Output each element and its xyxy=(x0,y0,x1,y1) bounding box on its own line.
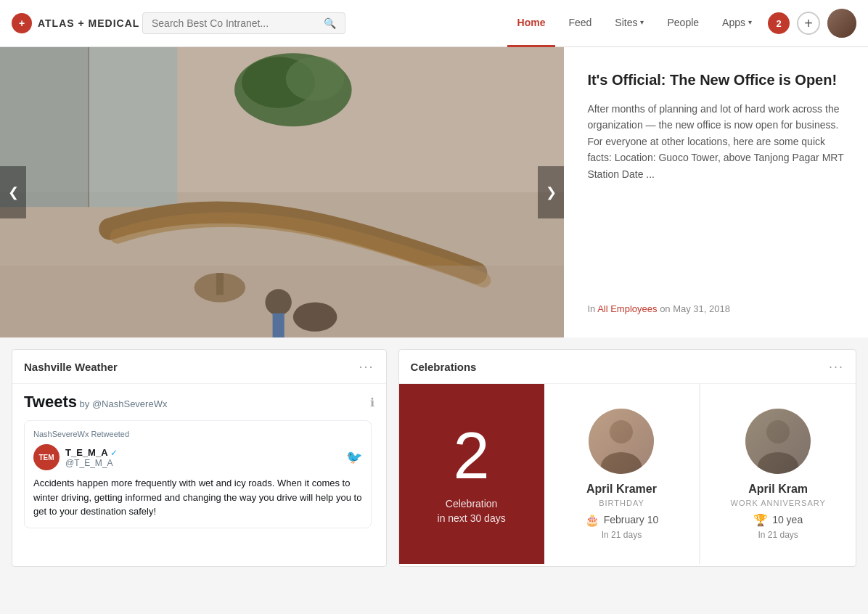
bottom-sections: Nashville Weather ··· Tweets by @NashSev… xyxy=(0,337,868,578)
header: + ATLAS + MEDICAL 🔍 Home Feed Sites ▾ Pe… xyxy=(0,0,868,47)
nav-people[interactable]: People xyxy=(657,0,709,47)
notification-badge[interactable]: 2 xyxy=(768,12,790,34)
search-bar[interactable]: 🔍 xyxy=(142,12,345,34)
tweet-user-row: TEM T_E_M_A ✓ @T_E_M_A 🐦 xyxy=(33,444,362,470)
hero-image-bg xyxy=(0,47,564,337)
tweets-header: Tweets by @NashSevereWx ℹ xyxy=(24,393,374,412)
search-input[interactable] xyxy=(152,17,318,29)
weather-widget-title: Nashville Weather xyxy=(24,361,118,373)
person1-type: BIRTHDAY xyxy=(599,499,644,507)
logo-text: ATLAS + MEDICAL xyxy=(38,17,139,29)
logo-area: + ATLAS + MEDICAL xyxy=(12,13,142,33)
tweets-title: Tweets xyxy=(24,393,77,411)
twitter-scroll[interactable]: NashSevereWx Retweeted TEM T_E_M_A ✓ xyxy=(24,420,374,528)
person2-days: In 21 days xyxy=(758,530,798,540)
hero-meta: In All Employees on May 31, 2018 xyxy=(587,289,845,314)
person2-date-icon: 🏆 xyxy=(753,513,768,527)
celebration-label-line1: Celebration xyxy=(438,497,506,512)
hero-category-link[interactable]: All Employees xyxy=(597,303,657,314)
nav-apps[interactable]: Apps ▾ xyxy=(712,0,762,47)
tweets-by: by @NashSevereWx xyxy=(80,398,168,409)
avatar-image xyxy=(827,9,856,38)
tweet-name-row: T_E_M_A ✓ xyxy=(65,447,118,458)
twitter-icon: 🐦 xyxy=(346,449,362,465)
person2-type: WORK ANNIVERSARY xyxy=(731,499,826,507)
celebration-count: 2 xyxy=(454,423,490,488)
add-button[interactable]: + xyxy=(797,12,820,35)
tweet-text: Accidents happen more frequently with we… xyxy=(33,476,362,519)
chevron-down-icon: ▾ xyxy=(640,18,644,26)
hero-body: After months of planning and lot of hard… xyxy=(587,101,845,289)
tweet-retweet-label: NashSevereWx Retweeted xyxy=(33,430,362,438)
search-icon: 🔍 xyxy=(324,17,336,29)
celebration-label: Celebration in next 30 days xyxy=(438,497,506,525)
person1-date-row: 🎂 February 10 xyxy=(585,513,658,527)
hero-illustration xyxy=(0,47,564,337)
hero-section: ❮ ❯ It's Official: The New Office is Ope… xyxy=(0,47,868,337)
svg-point-7 xyxy=(286,57,345,101)
person1-avatar xyxy=(589,409,654,474)
celebration-count-card: 2 Celebration in next 30 days xyxy=(399,384,544,564)
tweet-item: NashSevereWx Retweeted TEM T_E_M_A ✓ xyxy=(24,420,372,528)
celebrations-widget-header: Celebrations ··· xyxy=(399,350,856,384)
tweet-user-info: TEM T_E_M_A ✓ @T_E_M_A xyxy=(33,444,118,470)
celebrations-body: 2 Celebration in next 30 days April Kram… xyxy=(399,384,856,564)
tweet-handle: @T_E_M_A xyxy=(65,458,118,468)
nav-actions: 2 + xyxy=(768,9,856,38)
celebrations-widget-title: Celebrations xyxy=(411,361,477,373)
chevron-down-icon-apps: ▾ xyxy=(748,18,752,26)
hero-image: ❮ ❯ xyxy=(0,47,564,337)
svg-point-18 xyxy=(766,420,790,443)
hero-title: It's Official: The New Office is Open! xyxy=(587,70,845,89)
nav-sites[interactable]: Sites ▾ xyxy=(605,0,654,47)
person1-date-icon: 🎂 xyxy=(585,513,599,527)
tweet-name: T_E_M_A xyxy=(65,447,108,458)
user-avatar[interactable] xyxy=(827,9,856,38)
svg-point-15 xyxy=(610,420,633,443)
celebration-person-1: April Kramer BIRTHDAY 🎂 February 10 In 2… xyxy=(544,384,700,564)
person2-date: 10 yea xyxy=(772,514,803,525)
person1-days: In 21 days xyxy=(602,530,642,540)
person2-date-row: 🏆 10 yea xyxy=(753,513,803,527)
nav-feed[interactable]: Feed xyxy=(558,0,602,47)
celebrations-widget: Celebrations ··· 2 Celebration in next 3… xyxy=(398,349,856,567)
twitter-content: Tweets by @NashSevereWx ℹ NashSevereWx R… xyxy=(12,384,386,537)
tweet-avatar: TEM xyxy=(33,444,60,470)
person2-avatar xyxy=(745,409,811,474)
main-nav: Home Feed Sites ▾ People Apps ▾ xyxy=(507,0,762,47)
person1-name: April Kramer xyxy=(586,483,657,496)
person1-date: February 10 xyxy=(604,514,658,525)
tweet-verified-icon: ✓ xyxy=(110,448,118,458)
celebrations-widget-menu[interactable]: ··· xyxy=(829,360,844,373)
nav-home[interactable]: Home xyxy=(507,0,556,47)
tweet-user-details: T_E_M_A ✓ @T_E_M_A xyxy=(65,447,118,468)
tweets-info-icon[interactable]: ℹ xyxy=(370,396,374,409)
person1-avatar-img xyxy=(589,409,654,474)
hero-next-button[interactable]: ❯ xyxy=(538,166,564,218)
weather-widget-header: Nashville Weather ··· xyxy=(12,350,386,384)
svg-rect-3 xyxy=(88,47,89,207)
logo-icon: + xyxy=(12,13,32,33)
hero-prev-button[interactable]: ❮ xyxy=(0,166,26,218)
tweets-title-area: Tweets by @NashSevereWx xyxy=(24,393,167,412)
svg-rect-13 xyxy=(0,266,564,337)
person2-avatar-img xyxy=(745,409,811,474)
weather-widget-menu[interactable]: ··· xyxy=(359,360,374,373)
person2-name: April Kram xyxy=(748,483,808,496)
weather-widget: Nashville Weather ··· Tweets by @NashSev… xyxy=(12,349,387,567)
svg-rect-4 xyxy=(89,47,177,207)
celebration-label-line2: in next 30 days xyxy=(438,512,506,526)
hero-content: It's Official: The New Office is Open! A… xyxy=(564,47,868,337)
celebration-person-2: April Kram WORK ANNIVERSARY 🏆 10 yea In … xyxy=(700,384,856,564)
